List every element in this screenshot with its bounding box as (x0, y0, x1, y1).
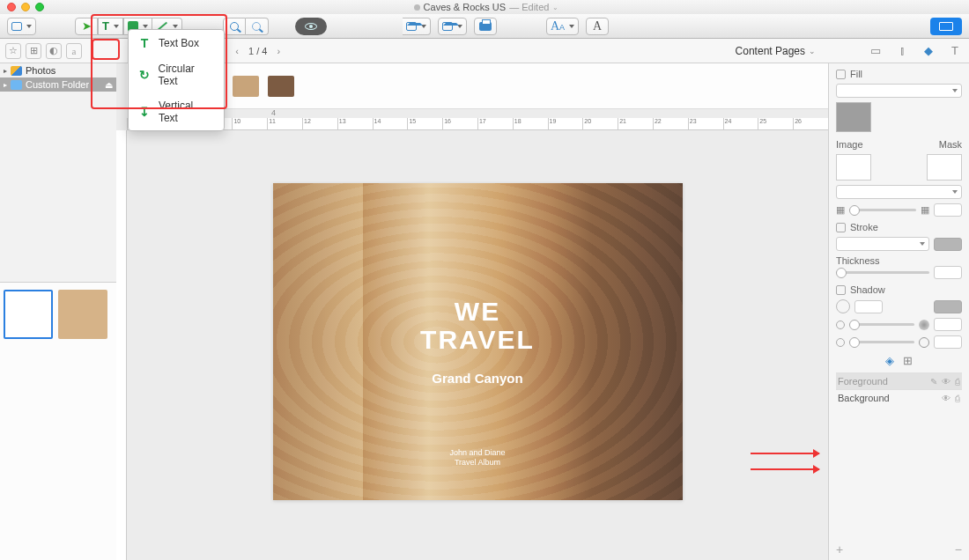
layers-tab-icon[interactable]: ◈ (885, 354, 894, 367)
title-dropdown-icon[interactable]: ⌄ (552, 4, 558, 11)
shadow-offset-value[interactable] (934, 318, 962, 331)
stroke-style-select[interactable] (836, 237, 929, 251)
page-mini-thumb[interactable] (233, 76, 259, 97)
zoom-out-button[interactable] (246, 18, 269, 35)
smart-source-button[interactable]: ◐ (46, 43, 62, 59)
menu-circular-text[interactable]: ↻ Circular Text (129, 56, 224, 93)
shadow-angle-value[interactable] (854, 300, 883, 313)
mask-well[interactable] (927, 154, 962, 181)
folder-icon (11, 80, 22, 90)
minimize-window-icon[interactable] (21, 3, 30, 11)
select-tool-button[interactable]: ➤ (75, 18, 98, 35)
menu-label: Text Box (159, 37, 199, 49)
add-layer-button[interactable]: + (836, 542, 843, 556)
ruler-tick: 10 (232, 118, 267, 129)
page-canvas[interactable]: WE TRAVEL Grand Canyon John and Diane Tr… (273, 183, 683, 500)
byline-1: John and Diane (449, 448, 505, 459)
share-button[interactable] (438, 18, 467, 35)
layer-foreground[interactable]: Foreground ✎👁⎙ (836, 372, 962, 389)
ruler-horizontal: 7891011121314151617181920212223242526 (127, 118, 828, 130)
print-icon[interactable]: ⎙ (955, 394, 960, 403)
opacity-value[interactable] (934, 203, 962, 217)
thickness-slider[interactable] (836, 271, 929, 274)
page-mini-thumb[interactable] (268, 76, 294, 97)
ruler-tick: 17 (477, 118, 513, 129)
remove-layer-button[interactable]: − (955, 542, 962, 556)
inspector-arrange-icon[interactable]: ⫿ (895, 44, 909, 58)
shadow-checkbox[interactable] (836, 285, 846, 295)
zoom-window-icon[interactable] (35, 3, 44, 11)
maps-source-button[interactable]: ⊞ (26, 43, 41, 59)
chevron-down-icon[interactable]: ⌄ (809, 47, 816, 55)
angle-dial[interactable] (836, 299, 850, 313)
image-well[interactable] (836, 154, 871, 181)
eject-icon[interactable]: ⏏ (105, 80, 113, 90)
circular-text-icon: ↻ (137, 68, 152, 82)
preview-button[interactable] (295, 18, 327, 35)
text-tool-button[interactable]: T (98, 18, 123, 35)
text-source-button[interactable]: a (66, 43, 82, 59)
fill-checkbox[interactable] (836, 70, 846, 79)
source-label: Photos (26, 65, 55, 76)
spread-thumbnail[interactable] (4, 290, 53, 339)
layer-background[interactable]: Background 👁⎙ (836, 389, 962, 406)
grid-icon[interactable]: ▦ (836, 204, 845, 216)
stroke-checkbox[interactable] (836, 223, 846, 232)
radio-icon[interactable] (836, 338, 845, 347)
shadow-offset-slider[interactable] (849, 323, 914, 326)
inspector-panel: Fill Image Mask ▦▦ Stroke Thickness Shad… (828, 63, 969, 560)
photos-icon (11, 66, 22, 76)
spread-thumbnail[interactable] (58, 290, 107, 339)
export-button[interactable] (403, 18, 431, 35)
font-icon: A (593, 19, 602, 33)
share-icon (442, 22, 453, 31)
print-button[interactable] (474, 18, 497, 35)
zoom-in-icon (230, 22, 239, 31)
font-panel-button[interactable]: A (586, 18, 609, 35)
shadow-color[interactable] (934, 300, 962, 313)
disclosure-icon: ▸ (4, 67, 7, 75)
next-page-button[interactable]: › (272, 45, 285, 57)
inspector-geometry-icon[interactable]: ▭ (869, 44, 883, 58)
view-mode-button[interactable] (930, 18, 962, 35)
source-photos[interactable]: ▸ Photos (0, 63, 116, 77)
ruler-tick: 14 (373, 118, 408, 129)
ruler-tick: 24 (723, 118, 758, 129)
favorites-source-button[interactable]: ☆ (5, 43, 21, 59)
ruler-tick: 25 (758, 118, 793, 129)
document-title: Caves & Rocks US (424, 2, 507, 12)
hero-line-1[interactable]: WE (455, 298, 500, 325)
grid-icon[interactable]: ▦ (921, 204, 929, 216)
prev-page-button[interactable]: ‹ (231, 45, 243, 57)
inspector-text-icon[interactable]: T (948, 44, 962, 58)
sidebar-mode-button[interactable] (7, 18, 36, 35)
thickness-value[interactable] (934, 266, 962, 279)
hero-subtitle[interactable]: Grand Canyon (432, 371, 522, 386)
source-custom-folder[interactable]: ▸ Custom Folder ⏏ (0, 77, 116, 92)
close-window-icon[interactable] (7, 3, 16, 11)
fill-swatch[interactable] (836, 102, 871, 132)
zoom-in-button[interactable] (223, 18, 246, 35)
shadow-blur-slider[interactable] (849, 341, 914, 343)
menu-vertical-text[interactable]: ↧ Vertical Text (129, 93, 224, 130)
inspector-appearance-icon[interactable]: ◆ (921, 44, 936, 58)
hero-byline[interactable]: John and Diane Travel Album (449, 448, 505, 468)
hero-line-2[interactable]: TRAVEL (420, 325, 535, 355)
radio-icon[interactable] (836, 321, 845, 329)
shadow-blur-value[interactable] (934, 335, 962, 349)
font-style-button[interactable]: AA (546, 18, 579, 35)
stroke-color[interactable] (934, 238, 962, 251)
print-icon[interactable]: ⎙ (955, 377, 960, 387)
ruler-tick: 20 (582, 118, 618, 129)
menu-text-box[interactable]: T Text Box (129, 30, 224, 56)
mode-label[interactable]: Content Pages (736, 45, 805, 57)
fill-type-select[interactable] (836, 84, 962, 98)
eye-icon[interactable]: 👁 (942, 394, 951, 403)
grid-tab-icon[interactable]: ⊞ (903, 354, 913, 367)
opacity-slider[interactable] (849, 209, 916, 211)
ruler-tick: 16 (442, 118, 477, 129)
image-fit-select[interactable] (836, 185, 962, 199)
eye-icon[interactable]: 👁 (942, 377, 951, 387)
layer-label: Background (838, 393, 890, 403)
pencil-icon[interactable]: ✎ (930, 377, 937, 387)
